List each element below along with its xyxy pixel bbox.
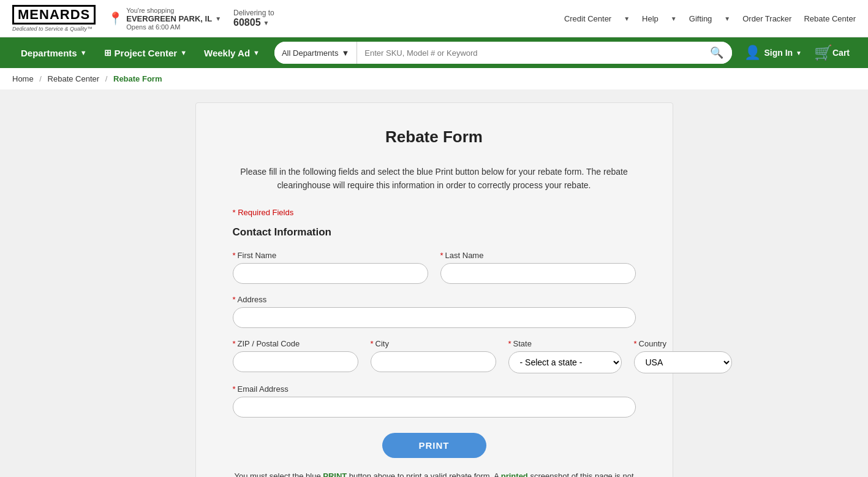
credit-chevron: ▼ bbox=[624, 15, 630, 22]
search-button[interactable]: 🔍 bbox=[701, 42, 732, 64]
country-group: *Country USACanadaMexico bbox=[634, 339, 732, 373]
credit-center-link[interactable]: Credit Center bbox=[564, 14, 611, 23]
zip-star: * bbox=[233, 339, 236, 348]
first-name-input[interactable] bbox=[233, 263, 428, 284]
required-note: * Required Fields bbox=[233, 208, 636, 217]
logo[interactable]: MENARDS Dedicated to Service & Quality™ bbox=[12, 5, 96, 32]
delivery-zip: 60805 bbox=[233, 17, 261, 28]
first-name-group: *First Name bbox=[233, 251, 428, 284]
zip-label: *ZIP / Postal Code bbox=[233, 339, 358, 348]
user-icon: 👤 bbox=[744, 45, 761, 61]
sign-in-label: Sign In bbox=[764, 48, 793, 58]
page-title: Rebate Form bbox=[233, 128, 636, 147]
help-chevron: ▼ bbox=[671, 15, 677, 22]
print-note: You must select the blue PRINT button ab… bbox=[233, 470, 636, 477]
state-group: *State - Select a state -ALAKAZARCACOCTD… bbox=[508, 339, 622, 373]
breadcrumb-sep-2: / bbox=[105, 74, 108, 83]
departments-label: Departments bbox=[21, 48, 77, 58]
top-bar-left: MENARDS Dedicated to Service & Quality™ … bbox=[12, 5, 274, 32]
print-highlight: PRINT bbox=[323, 471, 347, 477]
name-row: *First Name *Last Name bbox=[233, 251, 636, 284]
project-center-chevron: ▼ bbox=[180, 49, 187, 56]
print-button[interactable]: PRINT bbox=[382, 433, 486, 458]
contact-info-heading: Contact Information bbox=[233, 226, 636, 238]
top-nav-links: Credit Center ▼ Help ▼ Gifting ▼ Order T… bbox=[564, 14, 856, 23]
state-label: *State bbox=[508, 339, 622, 348]
location-icon: 📍 bbox=[108, 11, 123, 26]
city-input[interactable] bbox=[371, 351, 496, 372]
store-details: You're shopping EVERGREEN PARK, IL Opens… bbox=[126, 7, 212, 31]
zip-group: *ZIP / Postal Code bbox=[233, 339, 358, 373]
shopping-label: You're shopping bbox=[126, 7, 212, 14]
email-row: *Email Address bbox=[233, 384, 636, 418]
email-input[interactable] bbox=[233, 397, 636, 418]
first-name-label: *First Name bbox=[233, 251, 428, 260]
logo-tagline: Dedicated to Service & Quality™ bbox=[12, 26, 96, 32]
email-label: *Email Address bbox=[233, 384, 636, 394]
weekly-ad-label: Weekly Ad bbox=[204, 48, 250, 58]
search-input[interactable] bbox=[357, 48, 701, 58]
store-chevron: ▼ bbox=[215, 15, 221, 22]
address-star: * bbox=[233, 295, 236, 304]
departments-nav[interactable]: Departments ▼ bbox=[12, 37, 96, 68]
email-group: *Email Address bbox=[233, 384, 636, 418]
main-content: Rebate Form Please fill in the following… bbox=[195, 102, 673, 477]
address-input[interactable] bbox=[233, 307, 636, 328]
sign-in-nav[interactable]: 👤 Sign In ▼ bbox=[738, 45, 808, 61]
gifting-chevron: ▼ bbox=[724, 15, 730, 22]
country-label: *Country bbox=[634, 339, 732, 348]
delivery-info[interactable]: Delivering to 60805 ▼ bbox=[233, 9, 274, 28]
last-name-input[interactable] bbox=[440, 263, 636, 284]
breadcrumb-rebate-center[interactable]: Rebate Center bbox=[48, 74, 100, 83]
sign-in-chevron: ▼ bbox=[796, 50, 802, 56]
search-department-dropdown[interactable]: All Departments ▼ bbox=[274, 42, 357, 64]
city-label: *City bbox=[371, 339, 496, 348]
address-group: *Address bbox=[233, 295, 636, 328]
email-star: * bbox=[233, 384, 236, 394]
nav-bar: Departments ▼ ⊞ Project Center ▼ Weekly … bbox=[0, 37, 868, 68]
grid-icon: ⊞ bbox=[104, 48, 111, 58]
top-bar: MENARDS Dedicated to Service & Quality™ … bbox=[0, 0, 868, 37]
search-area: All Departments ▼ 🔍 bbox=[274, 42, 732, 64]
store-name: EVERGREEN PARK, IL bbox=[126, 14, 212, 23]
weekly-ad-nav[interactable]: Weekly Ad ▼ bbox=[195, 37, 268, 68]
cart-icon: 🛒 bbox=[814, 44, 832, 61]
project-center-label: Project Center bbox=[115, 48, 178, 58]
breadcrumb-sep-1: / bbox=[39, 74, 42, 83]
weekly-ad-chevron: ▼ bbox=[253, 49, 260, 56]
departments-chevron: ▼ bbox=[80, 49, 87, 56]
breadcrumb-home[interactable]: Home bbox=[12, 74, 34, 83]
city-group: *City bbox=[371, 339, 496, 373]
delivery-label: Delivering to bbox=[233, 9, 274, 17]
search-dept-chevron: ▼ bbox=[341, 48, 349, 58]
store-info[interactable]: 📍 You're shopping EVERGREEN PARK, IL Ope… bbox=[108, 7, 221, 31]
address-label: *Address bbox=[233, 295, 636, 304]
store-hours: Opens at 6:00 AM bbox=[126, 23, 212, 31]
breadcrumb: Home / Rebate Center / Rebate Form bbox=[0, 68, 868, 90]
first-name-star: * bbox=[233, 251, 236, 260]
cart-nav[interactable]: 🛒 Cart bbox=[808, 44, 856, 61]
search-dept-label: All Departments bbox=[282, 48, 338, 58]
order-tracker-link[interactable]: Order Tracker bbox=[742, 14, 791, 23]
state-select[interactable]: - Select a state -ALAKAZARCACOCTDEFLGAHI… bbox=[508, 351, 622, 373]
delivery-chevron: ▼ bbox=[263, 20, 270, 26]
printed-highlight: printed bbox=[501, 471, 528, 477]
gifting-link[interactable]: Gifting bbox=[689, 14, 712, 23]
logo-text: MENARDS bbox=[12, 5, 96, 25]
help-link[interactable]: Help bbox=[642, 14, 659, 23]
rebate-center-top-link[interactable]: Rebate Center bbox=[804, 14, 856, 23]
address-row: *Address bbox=[233, 295, 636, 328]
last-name-star: * bbox=[440, 251, 443, 260]
last-name-label: *Last Name bbox=[440, 251, 636, 260]
zip-input[interactable] bbox=[233, 351, 358, 372]
last-name-group: *Last Name bbox=[440, 251, 636, 284]
project-center-nav[interactable]: ⊞ Project Center ▼ bbox=[96, 37, 195, 68]
city-star: * bbox=[371, 339, 374, 348]
breadcrumb-current: Rebate Form bbox=[113, 74, 162, 83]
country-star: * bbox=[634, 339, 637, 348]
state-star: * bbox=[508, 339, 511, 348]
location-row: *ZIP / Postal Code *City *State - Select… bbox=[233, 339, 636, 373]
page-description: Please fill in the following fields and … bbox=[233, 165, 636, 193]
country-select[interactable]: USACanadaMexico bbox=[634, 351, 732, 373]
cart-label: Cart bbox=[832, 48, 850, 58]
